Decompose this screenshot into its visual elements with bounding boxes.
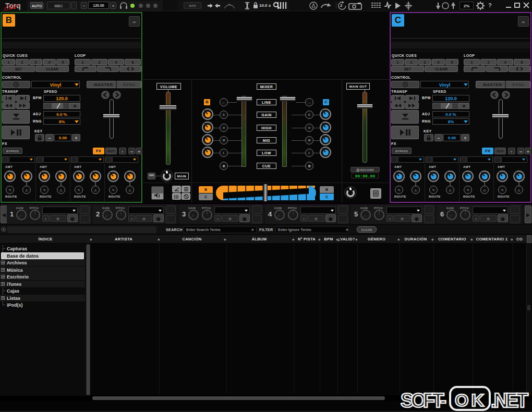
svg-text:SOFT-: SOFT- [401,390,446,411]
svg-text:OK: OK [455,390,484,410]
svg-text:.NET: .NET [491,390,528,411]
